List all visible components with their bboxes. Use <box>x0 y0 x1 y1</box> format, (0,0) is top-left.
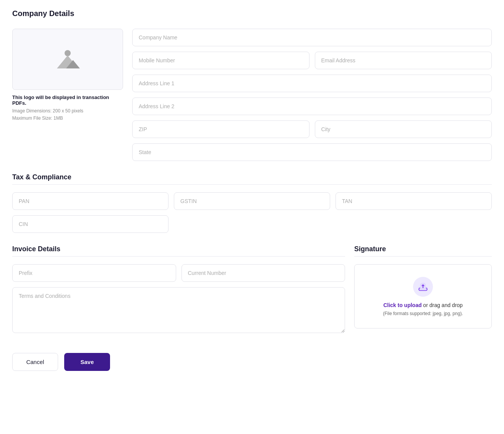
prefix-input[interactable] <box>12 264 176 282</box>
tan-group <box>335 192 492 210</box>
email-address-group <box>315 52 492 69</box>
address-line1-input[interactable] <box>132 75 492 92</box>
invoice-fields-row <box>12 264 345 282</box>
pan-input[interactable] <box>12 192 169 210</box>
email-address-input[interactable] <box>315 52 492 69</box>
terms-textarea[interactable] <box>12 287 345 333</box>
image-placeholder-icon <box>55 49 80 69</box>
invoice-signature-section: Invoice Details Signature <box>12 245 492 335</box>
logo-placeholder <box>55 49 80 69</box>
invoice-section-title: Invoice Details <box>12 245 345 253</box>
current-number-group <box>182 264 345 282</box>
save-button[interactable]: Save <box>64 353 110 371</box>
tax-divider <box>12 184 492 185</box>
tax-compliance-section: Tax & Compliance <box>12 173 492 233</box>
company-form-fields <box>132 29 492 161</box>
tax-fields-row <box>12 192 492 210</box>
cin-input[interactable] <box>12 215 169 233</box>
gstin-input[interactable] <box>174 192 330 210</box>
upload-subtext: (File formats supported: jpeg, jpg, png)… <box>383 311 463 316</box>
logo-file-size: Maximum File Size: 1MB <box>12 115 123 122</box>
logo-dimensions: Image Dimensions: 200 x 50 pixels <box>12 107 123 115</box>
page-title: Company Details <box>12 9 492 18</box>
tan-input[interactable] <box>335 192 492 210</box>
invoice-section: Invoice Details <box>12 245 345 335</box>
state-group <box>132 143 492 161</box>
pan-group <box>12 192 169 210</box>
city-input[interactable] <box>315 120 492 138</box>
city-group <box>315 120 492 138</box>
company-name-input[interactable] <box>132 29 492 46</box>
address-line1-group <box>132 75 492 92</box>
cancel-button[interactable]: Cancel <box>12 353 58 371</box>
upload-link-text[interactable]: Click to upload <box>383 302 421 308</box>
logo-description: This logo will be displayed in transacti… <box>12 94 123 106</box>
cin-group <box>12 215 169 233</box>
footer-buttons: Cancel Save <box>12 347 492 371</box>
zip-group <box>132 120 310 138</box>
company-details-section: This logo will be displayed in transacti… <box>12 29 492 161</box>
state-input[interactable] <box>132 143 492 161</box>
cin-row <box>12 215 492 233</box>
logo-upload-box[interactable] <box>12 29 123 90</box>
mobile-number-input[interactable] <box>132 52 310 69</box>
address-line2-group <box>132 98 492 115</box>
upload-or-text: or drag and drop <box>421 302 462 308</box>
signature-section-title: Signature <box>354 245 492 253</box>
signature-divider <box>354 256 492 257</box>
terms-group <box>12 287 345 335</box>
mobile-number-group <box>132 52 310 69</box>
current-number-input[interactable] <box>182 264 345 282</box>
signature-upload-box[interactable]: Click to upload or drag and drop (File f… <box>354 264 492 328</box>
address-line2-input[interactable] <box>132 98 492 115</box>
prefix-group <box>12 264 176 282</box>
upload-text: Click to upload or drag and drop <box>383 301 463 309</box>
signature-section: Signature Click to upload or drag and dr… <box>354 245 492 335</box>
upload-icon-circle <box>413 277 433 297</box>
logo-section: This logo will be displayed in transacti… <box>12 29 123 161</box>
gstin-group <box>174 192 330 210</box>
zip-city-row <box>132 120 492 138</box>
company-name-group <box>132 29 492 46</box>
zip-input[interactable] <box>132 120 310 138</box>
mobile-email-row <box>132 52 492 69</box>
invoice-divider <box>12 256 345 257</box>
svg-point-0 <box>65 50 71 56</box>
upload-icon <box>418 282 428 292</box>
tax-section-title: Tax & Compliance <box>12 173 492 181</box>
